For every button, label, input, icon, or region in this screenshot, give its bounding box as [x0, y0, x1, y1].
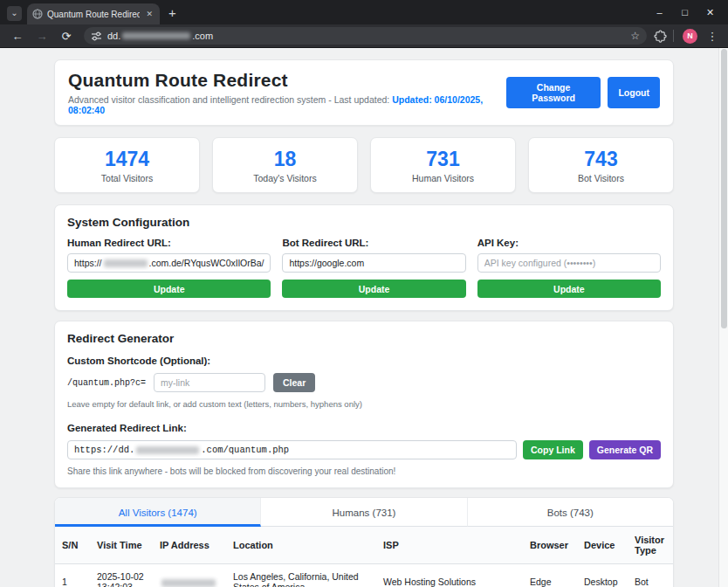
visitors-card: All Visitors (1474) Humans (731) Bots (7… [54, 497, 674, 587]
reload-icon[interactable]: ⟳ [56, 30, 77, 43]
cell-sn: 1 [55, 564, 90, 587]
stat-value: 731 [376, 148, 510, 171]
shortcode-prefix: /quantum.php?c= [67, 378, 146, 388]
col-sn: S/N [55, 527, 90, 564]
human-redirect-field: Human Redirect URL: https://.com.de/RYqu… [67, 238, 271, 298]
visitor-tabs: All Visitors (1474) Humans (731) Bots (7… [55, 498, 673, 527]
cell-device: Desktop [577, 564, 628, 587]
stat-card-human-visitors: 731 Human Visitors [370, 137, 516, 193]
visitors-table: S/N Visit Time IP Address Location ISP B… [55, 527, 674, 587]
browser-tab[interactable]: Quantum Route Redirect - Adm ✕ [27, 3, 160, 24]
shortcode-input[interactable] [154, 373, 265, 392]
stat-card-todays-visitors: 18 Today's Visitors [212, 137, 358, 193]
col-isp: ISP [376, 527, 523, 564]
tab-bots[interactable]: Bots (743) [468, 498, 673, 527]
window-maximize-icon[interactable]: □ [672, 1, 697, 24]
system-configuration-card: System Configuration Human Redirect URL:… [54, 204, 674, 311]
page-subtitle: Advanced visitor classification and inte… [68, 94, 506, 115]
generated-link-label: Generated Redirect Link: [67, 423, 661, 433]
cell-ip-address [153, 564, 226, 587]
logout-button[interactable]: Logout [608, 77, 660, 108]
share-hint: Share this link anywhere - bots will be … [67, 466, 661, 476]
col-ip-address: IP Address [153, 527, 226, 564]
window-controls: – □ ✕ [647, 1, 723, 24]
human-redirect-input[interactable]: https://.com.de/RYqusWC0xIlOrBa/ [67, 253, 271, 273]
stat-label: Human Visitors [376, 173, 510, 183]
stat-label: Bot Visitors [534, 173, 668, 183]
redirect-generator-card: Redirect Generator Custom Shortcode (Opt… [54, 321, 674, 488]
api-key-label: API Key: [477, 238, 661, 248]
system-configuration-title: System Configuration [67, 216, 661, 229]
browser-tab-strip: ⌄ Quantum Route Redirect - Adm ✕ + – □ ✕ [0, 0, 728, 24]
shortcode-hint: Leave empty for default link, or add cus… [67, 399, 661, 409]
window-minimize-icon[interactable]: – [647, 1, 672, 24]
generate-qr-button[interactable]: Generate QR [589, 440, 661, 459]
table-row: 1 2025-10-0213:42:03 Los Angeles, Califo… [55, 564, 674, 587]
forward-icon[interactable]: → [31, 30, 52, 43]
custom-shortcode-label: Custom Shortcode (Optional): [67, 356, 661, 366]
page-scrollbar[interactable] [718, 48, 728, 587]
stat-value: 743 [534, 148, 668, 171]
tab-humans[interactable]: Humans (731) [261, 498, 467, 527]
stat-value: 1474 [60, 148, 194, 171]
tab-all-visitors[interactable]: All Visitors (1474) [55, 498, 261, 527]
table-header-row: S/N Visit Time IP Address Location ISP B… [55, 527, 674, 564]
update-human-redirect-button[interactable]: Update [67, 280, 271, 298]
menu-kebab-icon[interactable]: ⋮ [704, 30, 721, 43]
col-visit-time: Visit Time [90, 527, 153, 564]
cell-location: Los Angeles, California, United States o… [226, 564, 376, 587]
bookmark-star-icon[interactable]: ☆ [630, 30, 640, 42]
api-key-input[interactable] [477, 253, 661, 273]
tab-title: Quantum Route Redirect - Adm [47, 10, 140, 19]
cell-browser: Edge [523, 564, 577, 587]
col-visitor-type: Visitor Type [628, 527, 674, 564]
change-password-button[interactable]: Change Password [506, 77, 601, 108]
generated-link-input[interactable]: https://dd..com/quantum.php [67, 440, 517, 459]
api-key-field: API Key: Update [477, 238, 661, 298]
col-device: Device [577, 527, 628, 564]
stat-label: Total Visitors [60, 173, 194, 183]
tab-search-chevron-icon[interactable]: ⌄ [7, 6, 22, 21]
stats-row: 1474 Total Visitors 18 Today's Visitors … [54, 137, 674, 193]
cell-visit-time: 2025-10-0213:42:03 [90, 564, 153, 587]
address-bar[interactable]: dd..com ☆ [84, 27, 647, 45]
bot-redirect-input[interactable] [282, 253, 465, 273]
stat-card-bot-visitors: 743 Bot Visitors [528, 137, 674, 193]
human-redirect-label: Human Redirect URL: [67, 238, 271, 248]
update-api-key-button[interactable]: Update [477, 280, 661, 298]
stat-card-total-visitors: 1474 Total Visitors [54, 137, 200, 193]
update-bot-redirect-button[interactable]: Update [282, 280, 465, 298]
tab-close-icon[interactable]: ✕ [144, 10, 155, 18]
window-close-icon[interactable]: ✕ [697, 1, 723, 24]
copy-link-button[interactable]: Copy Link [523, 440, 583, 459]
site-settings-icon[interactable] [91, 31, 102, 42]
page-header-card: Quantum Route Redirect Advanced visitor … [54, 59, 674, 126]
browser-toolbar: ← → ⟳ dd..com ☆ N ⋮ [0, 24, 728, 48]
stat-value: 18 [218, 148, 352, 171]
profile-avatar[interactable]: N [683, 29, 697, 44]
new-tab-icon[interactable]: + [168, 6, 176, 19]
stat-label: Today's Visitors [218, 173, 352, 183]
cell-isp: Web Hosting Solutions [376, 564, 523, 587]
scrollbar-thumb[interactable] [721, 49, 727, 328]
url-text[interactable]: dd..com [107, 31, 213, 41]
bot-redirect-field: Bot Redirect URL: Update [282, 238, 465, 298]
favicon-globe-icon [32, 9, 43, 19]
col-location: Location [226, 527, 376, 564]
col-browser: Browser [523, 527, 577, 564]
page-viewport: Quantum Route Redirect Advanced visitor … [0, 48, 728, 587]
redirect-generator-title: Redirect Generator [67, 332, 661, 345]
bot-redirect-label: Bot Redirect URL: [282, 238, 465, 248]
clear-button[interactable]: Clear [273, 373, 315, 392]
back-icon[interactable]: ← [7, 30, 28, 43]
cell-visitor-type: Bot [628, 564, 674, 587]
extensions-puzzle-icon[interactable] [654, 30, 667, 43]
toolbar-separator [673, 30, 674, 42]
page-title: Quantum Route Redirect [68, 70, 506, 91]
